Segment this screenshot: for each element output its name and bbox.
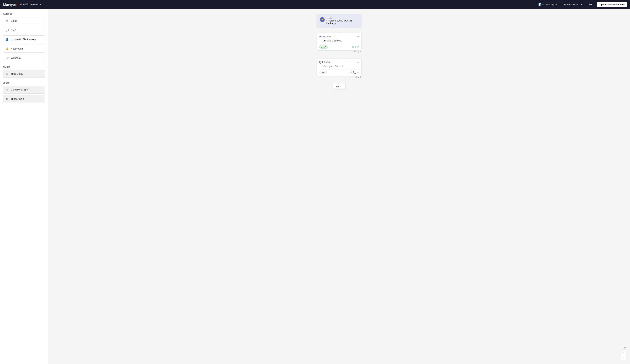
update-action-statuses-button[interactable]: Update Action Statuses bbox=[597, 2, 627, 7]
zoom-controls: 100% + − bbox=[620, 347, 626, 360]
trigger-icon: ⚡ bbox=[320, 17, 325, 22]
email-node-header: ✉ Email #1 ••• bbox=[317, 33, 361, 39]
day-label-2: + Day 0 bbox=[317, 76, 362, 78]
sidebar-item-label: Update Profile Property bbox=[11, 38, 36, 41]
sidebar-item-notification[interactable]: 🔔 Notification bbox=[3, 45, 45, 53]
sidebar-item-email[interactable]: ✉ Email bbox=[3, 17, 45, 25]
logo-area: klaviyo bbox=[3, 2, 16, 7]
logo: klaviyo bbox=[3, 2, 16, 7]
sms-node-title-area: 💬 SMS #1 bbox=[319, 61, 332, 64]
manage-flow-button-group: Manage Flow ▾ bbox=[562, 2, 584, 7]
connector-line-1 bbox=[339, 27, 339, 33]
email-node-label: Email #1 bbox=[323, 35, 331, 38]
exit-node: EXIT bbox=[333, 84, 346, 89]
sidebar-item-label: Conditional Split bbox=[11, 88, 28, 91]
manage-flow-dropdown-button[interactable]: ▾ bbox=[580, 2, 584, 7]
zoom-out-button[interactable]: − bbox=[621, 355, 626, 360]
trigger-content: Trigger When someone Out for Delivery. bbox=[326, 17, 358, 25]
trigger-text: When someone Out for Delivery. bbox=[326, 19, 358, 25]
email-node-icon: ✉ bbox=[319, 35, 322, 38]
sidebar-item-sms[interactable]: 💬 SMS bbox=[3, 26, 45, 34]
show-analytics-button[interactable]: 📊 Show Analytics bbox=[536, 2, 560, 7]
sms-icon: 💬 bbox=[5, 28, 9, 32]
flow-container: ⚡ Trigger When someone Out for Delivery.… bbox=[317, 14, 362, 89]
sms-node-icon: 💬 bbox=[319, 61, 323, 64]
person-icon: 👤 bbox=[5, 38, 9, 41]
sms-node-header: 💬 SMS #1 ••• bbox=[317, 58, 361, 65]
main-layout: ACTIONS ✉ Email 💬 SMS 👤 Update Profile P… bbox=[0, 9, 630, 364]
trigger-split-icon bbox=[5, 97, 9, 101]
flow-name[interactable]: aftership in-transit ▾ bbox=[20, 3, 41, 6]
canvas: ⚡ Trigger When someone Out for Delivery.… bbox=[48, 9, 630, 364]
sidebar-item-webhook[interactable]: 🔗 Webhook bbox=[3, 54, 45, 62]
sms-action-icons: ✉ ℹ 📞 ▽ bbox=[348, 71, 359, 74]
webhook-icon: 🔗 bbox=[5, 56, 9, 60]
sms-phone-icon[interactable]: 📞 bbox=[353, 71, 356, 74]
email-node-title-area: ✉ Email #1 bbox=[319, 35, 331, 38]
split-icon bbox=[5, 88, 9, 91]
sms-filter-icon[interactable]: ▽ bbox=[357, 71, 359, 74]
timing-label: TIMING bbox=[3, 66, 45, 68]
sms-node-footer: Draft ✉ ℹ 📞 ▽ bbox=[317, 69, 361, 76]
sidebar-item-conditional-split[interactable]: Conditional Split bbox=[3, 86, 45, 94]
trigger-label: Trigger bbox=[326, 17, 358, 19]
sms-info-icon[interactable]: ℹ bbox=[351, 71, 352, 74]
connector-line-2 bbox=[339, 53, 339, 58]
chevron-down-icon: ▾ bbox=[325, 46, 326, 48]
connector-line-3 bbox=[339, 79, 339, 84]
notification-icon: 🔔 bbox=[5, 47, 9, 50]
sms-stats-icon[interactable]: ✉ bbox=[348, 71, 350, 74]
day-label-1: + Day 0 bbox=[317, 50, 362, 53]
actions-section: ACTIONS ✉ Email 💬 SMS 👤 Update Profile P… bbox=[3, 13, 45, 62]
sms-node-subject: Configure Content... bbox=[317, 65, 361, 69]
email-node-footer: Live ▾ ✉ ℹ ▽ bbox=[317, 44, 361, 50]
email-info-icon[interactable]: ℹ bbox=[355, 46, 356, 48]
sidebar-item-label: Notification bbox=[11, 47, 23, 50]
email-node[interactable]: ✉ Email #1 ••• Email #1 Subject Live ▾ ✉ bbox=[317, 33, 362, 50]
sms-node-menu-button[interactable]: ••• bbox=[356, 61, 359, 64]
email-node-menu-button[interactable]: ••• bbox=[356, 35, 359, 38]
sidebar-item-label: SMS bbox=[11, 29, 16, 31]
email-filter-icon[interactable]: ▽ bbox=[357, 46, 359, 48]
email-stats-icon[interactable]: ✉ bbox=[352, 46, 354, 48]
sidebar-item-label: Trigger Split bbox=[11, 98, 24, 100]
analytics-icon: 📊 bbox=[538, 3, 541, 6]
sms-node-label: SMS #1 bbox=[324, 61, 332, 63]
email-icon: ✉ bbox=[5, 19, 9, 22]
sidebar-item-label: Time Delay bbox=[11, 72, 23, 75]
actions-label: ACTIONS bbox=[3, 13, 45, 15]
sidebar-item-time-delay[interactable]: ⏱ Time Delay bbox=[3, 70, 45, 78]
timing-section: TIMING ⏱ Time Delay bbox=[3, 66, 45, 78]
canvas-inner: ⚡ Trigger When someone Out for Delivery.… bbox=[48, 9, 630, 129]
sidebar-item-trigger-split[interactable]: Trigger Split bbox=[3, 95, 45, 103]
email-action-icons: ✉ ℹ ▽ bbox=[352, 46, 359, 48]
zoom-in-button[interactable]: + bbox=[621, 350, 626, 355]
sidebar-item-update-profile-property[interactable]: 👤 Update Profile Property bbox=[3, 35, 45, 43]
sms-status-badge[interactable]: Draft bbox=[319, 71, 327, 74]
logic-label: LOGIC bbox=[3, 82, 45, 84]
trigger-node[interactable]: ⚡ Trigger When someone Out for Delivery. bbox=[317, 14, 362, 27]
email-status-badge[interactable]: Live ▾ bbox=[319, 45, 328, 48]
sidebar-item-label: Webhook bbox=[11, 57, 21, 59]
header: klaviyo aftership in-transit ▾ 📊 Show An… bbox=[0, 0, 630, 9]
flow-name-chevron-icon: ▾ bbox=[40, 3, 41, 6]
logic-section: LOGIC Conditional Split Trigger Split bbox=[3, 82, 45, 103]
email-node-subject: Email #1 Subject bbox=[317, 39, 361, 44]
exit-button[interactable]: Exit bbox=[586, 2, 595, 7]
sidebar: ACTIONS ✉ Email 💬 SMS 👤 Update Profile P… bbox=[0, 9, 48, 364]
sms-node[interactable]: 💬 SMS #1 ••• Configure Content... Draft … bbox=[317, 58, 362, 76]
clock-icon: ⏱ bbox=[5, 72, 9, 75]
zoom-percent: 100% bbox=[620, 347, 626, 349]
manage-flow-button[interactable]: Manage Flow bbox=[562, 2, 580, 7]
sidebar-item-label: Email bbox=[11, 19, 17, 22]
